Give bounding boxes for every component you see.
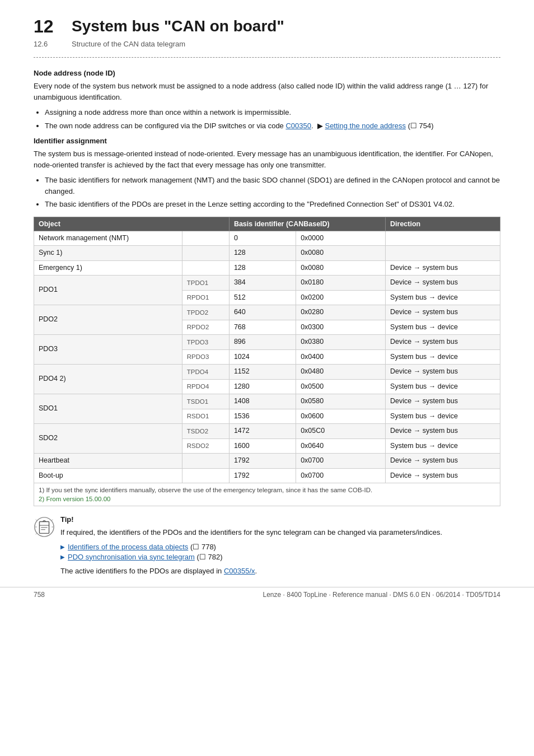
cell-sub: RPDO2 [182,320,229,335]
tip-icon [34,516,55,538]
footnote-row: 1) If you set the sync identifiers manua… [34,483,500,506]
link-c00350[interactable]: C00350 [285,122,311,130]
tip-link-2-ref: (☐ 782) [197,553,223,561]
cell-sub: TPDO4 [182,365,229,380]
cell-hex: 0x0400 [296,349,386,365]
node-address-bullets: Assigning a node address more than once … [45,107,500,131]
identifier-paragraph: The system bus is message-oriented inste… [34,148,500,170]
table-row: Sync 1)1280x0080 [34,246,500,261]
cell-sub: RSDO1 [182,409,229,424]
cell-decimal: 384 [229,276,296,291]
cell-hex: 0x0180 [296,276,386,291]
identifier-heading: Identifier assignment [34,137,500,145]
cell-direction: Device → system bus [386,394,500,409]
cell-decimal: 1280 [229,379,296,394]
cell-sub: TPDO3 [182,335,229,350]
can-table: Object Basis identifier (CANBaseID) Dire… [34,217,500,507]
table-row: SDO1TSDO114080x0580Device → system bus [34,394,500,409]
cell-hex: 0x0700 [296,454,386,469]
cell-decimal: 512 [229,290,296,305]
sub-chapter-number: 12.6 [34,40,72,48]
cell-decimal: 1600 [229,438,296,454]
tip-link-1-ref: (☐ 778) [190,543,216,551]
node-address-bullet-2: The own node address can be configured v… [45,120,500,132]
svg-line-7 [36,534,37,535]
footnote-2: 2) From version 15.00.00 [39,496,110,502]
link-process-data-objects[interactable]: Identifiers of the process data objects [68,543,188,551]
cell-direction: Device → system bus [386,365,500,380]
cell-decimal: 768 [229,320,296,335]
cell-direction: Device → system bus [386,468,500,483]
cell-object: PDO1 [34,276,182,305]
cell-decimal: 896 [229,335,296,350]
identifier-bullet-2: The basic identifiers of the PDOs are pr… [45,199,500,210]
node-address-heading: Node address (node ID) [34,69,500,77]
cell-direction: System bus → device [386,320,500,335]
cell-sub [182,260,229,276]
chapter-title: System bus "CAN on board" [72,17,284,36]
cell-hex: 0x0480 [296,365,386,380]
chapter-number: 12 [34,17,60,36]
cell-object: PDO4 2) [34,365,182,394]
table-row: Emergency 1)1280x0080Device → system bus [34,260,500,276]
cell-hex: 0x0640 [296,438,386,454]
node-address-paragraph: Every node of the system bus network mus… [34,81,500,102]
table-row: Heartbeat17920x0700Device → system bus [34,454,500,469]
table-row: SDO2TSDO214720x05C0Device → system bus [34,424,500,439]
publisher-info: Lenze · 8400 TopLine · Reference manual … [263,591,500,599]
cell-object: Heartbeat [34,454,182,469]
cell-hex: 0x0000 [296,231,386,246]
cell-hex: 0x0300 [296,320,386,335]
cell-object: PDO3 [34,335,182,365]
sub-chapter-title: Structure of the CAN data telegram [72,40,185,48]
cell-object: SDO2 [34,424,182,454]
basis-identifier-table: Object Basis identifier (CANBaseID) Dire… [34,217,500,507]
tip-footer-text: The active identifiers fo the PDOs are d… [60,566,500,577]
link-pdo-sync[interactable]: PDO synchronisation via sync telegram [68,553,195,561]
svg-line-5 [36,520,37,521]
cell-object: Emergency 1) [34,260,182,276]
table-row: PDO4 2)TPDO411520x0480Device → system bu… [34,365,500,380]
cell-sub [182,231,229,246]
svg-line-8 [51,520,53,521]
tip-box: Tip! If required, the identifiers of the… [34,515,500,581]
cell-direction: Device → system bus [386,335,500,350]
link-c00355x[interactable]: C00355/x [224,567,255,575]
cell-hex: 0x0700 [296,468,386,483]
cell-direction: System bus → device [386,409,500,424]
cell-direction: Device → system bus [386,260,500,276]
col-direction: Direction [386,217,500,231]
cell-direction [386,246,500,261]
chapter-header: 12 System bus "CAN on board" [34,17,500,36]
link-setting-node-address[interactable]: Setting the node address [325,122,406,130]
cell-decimal: 1152 [229,365,296,380]
table-row: Boot-up17920x0700Device → system bus [34,468,500,483]
footnote-1: 1) If you set the sync identifiers manua… [39,487,372,493]
table-row: PDO3TPDO38960x0380Device → system bus [34,335,500,350]
cell-decimal: 128 [229,260,296,276]
cell-decimal: 1792 [229,454,296,469]
cell-sub: TPDO1 [182,276,229,291]
cell-decimal: 1472 [229,424,296,439]
cell-decimal: 640 [229,305,296,320]
cell-hex: 0x0080 [296,246,386,261]
cell-direction: System bus → device [386,379,500,394]
cell-sub: TSDO2 [182,424,229,439]
cell-hex: 0x0580 [296,394,386,409]
cell-decimal: 1536 [229,409,296,424]
node-address-bullet-1: Assigning a node address more than once … [45,107,500,118]
cell-direction: Device → system bus [386,424,500,439]
cell-direction: System bus → device [386,290,500,305]
cell-object: Sync 1) [34,246,182,261]
page-number: 758 [34,591,45,599]
cell-object: Network management (NMT) [34,231,182,246]
cell-hex: 0x0280 [296,305,386,320]
tip-title: Tip! [60,515,500,524]
cell-direction: Device → system bus [386,454,500,469]
node-address-section: Node address (node ID) Every node of the… [34,69,500,131]
table-row: PDO1TPDO13840x0180Device → system bus [34,276,500,291]
cell-hex: 0x0080 [296,260,386,276]
cell-decimal: 128 [229,246,296,261]
cell-decimal: 0 [229,231,296,246]
col-object: Object [34,217,229,231]
